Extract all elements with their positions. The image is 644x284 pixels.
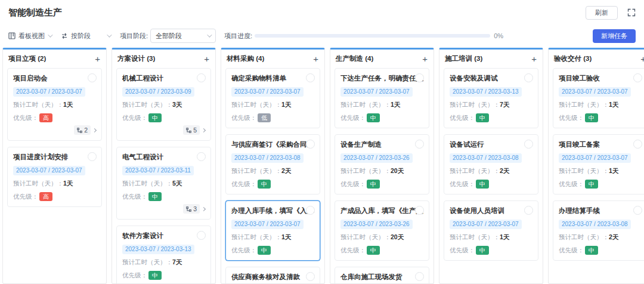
view-switcher[interactable]: 看板视图 [8,32,51,41]
estimate-row: 预计工时（天）：1天 [13,101,96,109]
priority-badge: 中 [367,113,380,122]
priority-label: 优先级： [122,271,147,280]
task-complete-checkbox[interactable] [524,73,533,82]
task-card[interactable]: 供应商账务核对及清款 2023-03-07 / 2023-03-07 预计工时（… [225,267,320,283]
subtask-chip[interactable]: 3 [183,204,200,214]
column-body: 下达生产任务，明确责任人及... 2023-03-07 / 2023-03-07… [330,67,434,283]
task-card[interactable]: 确定采购物料清单 2023-03-07 / 2023-03-07 预计工时（天）… [225,68,320,128]
estimate-row: 预计工时（天）：2天 [450,167,532,175]
add-card-button[interactable]: + [203,54,210,63]
refresh-button[interactable]: 刷新 [586,6,618,20]
estimate-value: 1天 [391,101,400,109]
task-complete-checkbox[interactable] [306,140,315,149]
chevron-down-icon [107,32,112,37]
task-complete-checkbox[interactable] [524,206,533,215]
estimate-label: 预计工时（天）： [13,180,63,188]
estimate-row: 预计工时（天）：5天 [122,180,205,188]
task-card[interactable]: 机械工程设计 2023-03-07 / 2023-03-09 预计工时（天）：3… [116,68,211,141]
task-complete-checkbox[interactable] [88,73,97,82]
estimate-row: 预计工时（天）：20天 [340,233,423,242]
task-card[interactable]: 办理入库手续，填写《入库单》 2023-03-07 / 2023-03-07 预… [225,200,320,261]
priority-badge: 中 [367,246,380,255]
task-dates-badge: 2023-03-07 / 2023-03-07 [231,87,304,97]
kanban-view-icon [8,32,16,39]
task-dates-badge: 2023-03-07 / 2023-03-26 [340,153,413,163]
task-complete-checkbox[interactable] [88,152,97,161]
priority-row: 优先级：中 [340,180,423,189]
task-card[interactable]: 产成品入库，填写《生产入库... 2023-03-07 / 2023-03-26… [335,200,429,261]
estimate-label: 预计工时（天）： [122,101,172,109]
task-card[interactable]: 与供应商签订《采购合同》 2023-03-07 / 2023-03-08 预计工… [225,134,320,195]
task-complete-checkbox[interactable] [197,231,206,240]
task-complete-checkbox[interactable] [633,206,642,215]
priority-badge: 中 [585,246,598,255]
fullscreen-icon [627,8,636,17]
task-dates-badge: 2023-03-07 / 2023-03-08 [559,220,631,229]
fullscreen-button[interactable] [627,8,636,17]
task-card[interactable]: 仓库向施工现场发货 2023-03-07 / 2023-03-07 预计工时（天… [335,267,429,283]
group-by-switcher[interactable]: 按阶段 [61,32,110,41]
column-title: 施工培训 (3) [445,54,482,63]
group-by-label: 按阶段 [71,32,91,41]
task-complete-checkbox[interactable] [197,73,206,82]
add-task-button[interactable]: 新增任务 [593,29,636,43]
task-title: 与供应商签订《采购合同》 [231,140,314,149]
subtask-icon [77,128,82,133]
task-card[interactable]: 设备生产制造 2023-03-07 / 2023-03-26 预计工时（天）：2… [335,134,429,195]
subtask-icon [186,128,191,133]
kanban-column: 施工培训 (3) + 设备安装及调试 2023-03-07 / 2023-03-… [439,48,543,284]
task-complete-checkbox[interactable] [306,272,315,281]
task-complete-checkbox[interactable] [415,73,424,82]
add-card-button[interactable]: + [531,54,537,63]
add-card-button[interactable]: + [640,54,644,63]
task-complete-checkbox[interactable] [415,272,424,281]
task-card[interactable]: 设备试运行 2023-03-07 / 2023-03-08 预计工时（天）：2天… [444,134,538,195]
subtask-chip[interactable]: 5 [183,125,200,135]
priority-label: 优先级： [13,114,38,122]
add-card-button[interactable]: + [312,54,319,63]
task-complete-checkbox[interactable] [524,140,533,149]
task-card[interactable]: 设备安装及调试 2023-03-07 / 2023-03-13 预计工时（天）：… [444,68,538,128]
task-card[interactable]: 项目竣工验收 2023-03-07 / 2023-03-07 预计工时（天）：1… [553,68,644,128]
estimate-label: 预计工时（天）： [559,233,609,242]
kanban-column: 材料采购 (4) + 确定采购物料清单 2023-03-07 / 2023-03… [221,48,325,284]
kanban-column: 生产制造 (4) + 下达生产任务，明确责任人及... 2023-03-07 /… [330,48,434,284]
task-card[interactable]: 项目进度计划安排 2023-03-07 / 2023-03-07 预计工时（天）… [7,147,102,207]
task-complete-checkbox[interactable] [415,206,424,215]
estimate-value: 1天 [500,233,509,242]
estimate-label: 预计工时（天）： [13,101,63,109]
priority-label: 优先级： [231,114,256,122]
subtask-chip[interactable]: 2 [74,125,91,135]
priority-row: 优先级：中 [559,180,642,189]
priority-row: 优先级：中 [450,180,532,189]
stage-filter-label: 项目阶段: [120,32,148,41]
estimate-row: 预计工时（天）：1天 [559,167,642,175]
toolbar: 看板视图 按阶段 项目阶段: 全部阶段 项目进度: 0% 新增任务 [0,25,644,47]
task-dates-badge: 2023-03-07 / 2023-03-08 [450,153,522,163]
priority-label: 优先级： [450,246,475,255]
task-title: 设备试运行 [450,140,532,149]
task-card[interactable]: 软件方案设计 2023-03-07 / 2023-03-13 预计工时（天）：7… [116,226,211,283]
estimate-row: 预计工时（天）：1天 [231,101,314,109]
stage-filter-select[interactable]: 全部阶段 [150,29,216,43]
task-complete-checkbox[interactable] [633,140,642,149]
add-card-button[interactable]: + [422,54,428,63]
priority-row: 优先级：中 [340,113,423,122]
column-title: 验收交付 (3) [554,54,592,63]
task-complete-checkbox[interactable] [306,206,315,215]
subtask-footer: 3 [122,204,205,214]
add-card-button[interactable]: + [94,54,101,63]
task-card[interactable]: 电气工程设计 2023-03-07 / 2023-03-11 预计工时（天）：5… [116,147,211,220]
estimate-row: 预计工时（天）：7天 [450,101,532,109]
task-card[interactable]: 办理结算手续 2023-03-07 / 2023-03-08 预计工时（天）：2… [553,200,644,261]
task-card[interactable]: 项目竣工备案 2023-03-07 / 2023-03-07 预计工时（天）：1… [553,134,644,195]
task-card[interactable]: 下达生产任务，明确责任人及... 2023-03-07 / 2023-03-07… [335,68,429,128]
task-complete-checkbox[interactable] [633,73,642,82]
task-complete-checkbox[interactable] [415,140,424,149]
estimate-value: 1天 [281,101,291,109]
task-card[interactable]: 设备使用人员培训 2023-03-07 / 2023-03-07 预计工时（天）… [444,200,538,261]
task-complete-checkbox[interactable] [306,73,315,82]
estimate-value: 7天 [172,258,182,267]
task-card[interactable]: 项目启动会 2023-03-07 / 2023-03-07 预计工时（天）：1天… [7,68,102,141]
task-complete-checkbox[interactable] [197,152,206,161]
